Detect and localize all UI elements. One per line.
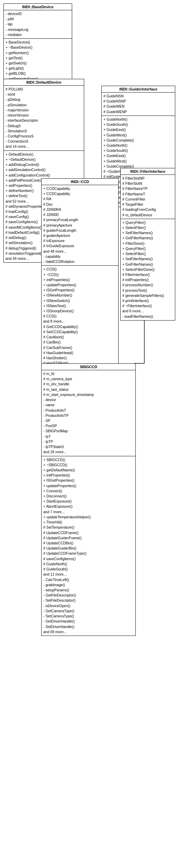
- ccd-attributes: + CCDCapability + CCDCapability # RA # D…: [42, 185, 118, 266]
- sbigccd-methods: + SBIGCCD() + ~SBIGCCD() + getDefaultNam…: [42, 456, 135, 636]
- sbigccd-box: SBIGCCD # m_fd # m_camera_type # m_drv_h…: [41, 363, 136, 636]
- base-device-attributes: - deviceID - pAll - lap - messageLog - m…: [4, 10, 72, 39]
- default-device-title: INDI::DefaultDevice: [4, 79, 84, 86]
- sbigccd-title: SBIGCCD: [42, 364, 135, 370]
- filter-interface-methods: + QueryFilter() + SelectFilter() + SetFi…: [121, 219, 175, 320]
- guider-interface-title: INDI::GuiderInterface: [102, 86, 175, 93]
- filter-interface-box: INDI::FilterInterface # FilterSlotNP # F…: [120, 168, 175, 321]
- filter-interface-title: INDI::FilterInterface: [121, 168, 175, 175]
- sbigccd-attributes: # m_fd # m_camera_type # m_drv_handle # …: [42, 370, 135, 456]
- filter-interface-attributes: # FilterSlotNP # FilterSlotN # FilterNam…: [121, 175, 175, 219]
- guider-interface-attributes: # GuideNSN # GuideNSNP # GuideWEN # Guid…: [102, 93, 175, 116]
- base-device-title: INDI::BaseDevice: [4, 4, 72, 10]
- ccd-title: INDI::CCD: [42, 179, 118, 185]
- default-device-attributes: # POLLMS - isInit - pDebug - pSimulation…: [4, 86, 84, 151]
